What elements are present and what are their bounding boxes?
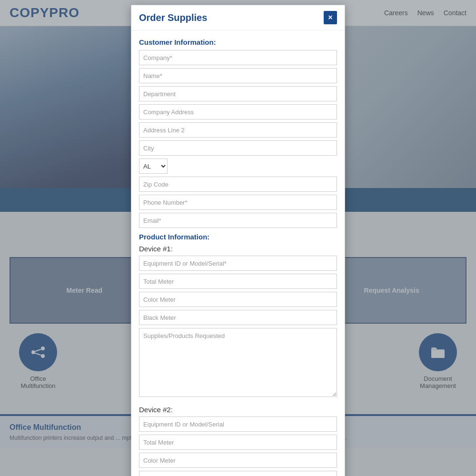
company-field[interactable]: [139, 50, 337, 65]
city-field[interactable]: [139, 140, 337, 156]
device1-black-meter-field[interactable]: [139, 310, 337, 325]
device2-equipment-field[interactable]: [139, 416, 337, 432]
device2-black-meter-field[interactable]: [139, 471, 337, 476]
device1-equipment-field[interactable]: [139, 256, 337, 271]
address-line2-field[interactable]: [139, 122, 337, 138]
department-field[interactable]: [139, 86, 337, 101]
device2-label: Device #2:: [139, 406, 337, 414]
company-address-field[interactable]: [139, 104, 337, 119]
device1-total-meter-field[interactable]: [139, 274, 337, 289]
email-field[interactable]: [139, 213, 337, 228]
modal-body: Customer Information: AL AK AZ CA Produc…: [131, 30, 345, 476]
customer-info-heading: Customer Information:: [139, 38, 337, 46]
zip-field[interactable]: [139, 177, 337, 192]
device2-color-meter-field[interactable]: [139, 453, 337, 468]
modal-header: Order Supplies ×: [131, 5, 345, 30]
modal-title: Order Supplies: [139, 12, 207, 23]
device1-color-meter-field[interactable]: [139, 292, 337, 307]
device1-supplies-textarea[interactable]: [139, 328, 337, 397]
modal-close-button[interactable]: ×: [324, 11, 337, 24]
order-supplies-modal: Order Supplies × Customer Information: A…: [131, 5, 345, 476]
device1-label: Device #1:: [139, 245, 337, 253]
phone-field[interactable]: [139, 195, 337, 210]
device2-total-meter-field[interactable]: [139, 435, 337, 450]
product-info-heading: Product Information:: [139, 233, 337, 241]
state-select[interactable]: AL AK AZ CA: [139, 159, 168, 174]
name-field[interactable]: [139, 68, 337, 83]
